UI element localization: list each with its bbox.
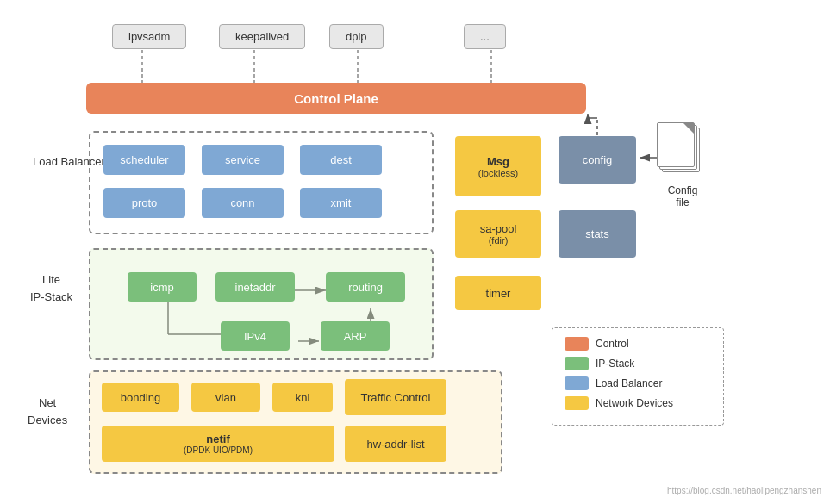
- dots-label: ...: [480, 30, 490, 43]
- keepalived-label: keepalived: [235, 30, 289, 43]
- legend-control-color: [565, 337, 589, 351]
- traffic-control-box: Traffic Control: [345, 379, 446, 415]
- config-file-icon-group: Configfile: [657, 122, 708, 208]
- proto-label: proto: [132, 196, 158, 209]
- legend-ipstack: IP-Stack: [565, 357, 711, 370]
- arp-box: ARP: [321, 321, 390, 351]
- icmp-box: icmp: [128, 272, 197, 302]
- legend-control-label: Control: [596, 338, 629, 350]
- service-label: service: [225, 153, 260, 166]
- dest-box: dest: [300, 145, 382, 175]
- legend-control: Control: [565, 337, 711, 351]
- msg-sub-label: (lockless): [478, 168, 518, 178]
- msg-label: Msg: [487, 155, 509, 168]
- dest-label: dest: [330, 153, 352, 166]
- ipv4-box: IPv4: [221, 321, 290, 351]
- stats-label: stats: [585, 227, 608, 240]
- ipvsadm-box: ipvsadm: [112, 24, 186, 49]
- sa-pool-sub-label: (fdir): [489, 235, 509, 246]
- conn-box: conn: [202, 188, 284, 218]
- traffic-control-label: Traffic Control: [361, 391, 431, 404]
- legend-netdev-label: Network Devices: [596, 397, 673, 409]
- service-box: service: [202, 145, 284, 175]
- dpip-box: dpip: [329, 24, 384, 49]
- legend-ipstack-color: [565, 357, 589, 370]
- proto-box: proto: [103, 188, 185, 218]
- bonding-box: bonding: [102, 383, 179, 412]
- scheduler-label: scheduler: [120, 153, 168, 166]
- xmit-box: xmit: [300, 188, 382, 218]
- legend-lb: Load Balancer: [565, 376, 711, 390]
- arp-label: ARP: [344, 330, 367, 343]
- kni-label: kni: [296, 391, 310, 404]
- msg-box: Msg (lockless): [455, 136, 541, 196]
- stats-box: stats: [559, 210, 636, 258]
- config-box: config: [559, 136, 636, 184]
- netif-sub-label: (DPDK UIO/PDM): [184, 445, 253, 455]
- timer-label: timer: [486, 287, 511, 300]
- legend-netdev: Network Devices: [565, 396, 711, 410]
- hw-addr-list-label: hw-addr-list: [366, 438, 424, 451]
- scheduler-box: scheduler: [103, 145, 185, 175]
- dpip-label: dpip: [346, 30, 367, 43]
- sa-pool-box: sa-pool (fdir): [455, 210, 541, 258]
- xmit-label: xmit: [331, 196, 352, 209]
- config-label: config: [583, 153, 613, 166]
- sa-pool-label: sa-pool: [480, 222, 517, 235]
- ipv4-label: IPv4: [244, 330, 266, 343]
- bonding-label: bonding: [121, 391, 160, 404]
- legend-lb-color: [565, 376, 589, 390]
- netif-label: netif: [206, 432, 229, 445]
- legend-lb-label: Load Balancer: [596, 377, 662, 389]
- ipvsadm-label: ipvsadm: [128, 30, 170, 43]
- control-plane-bar: Control Plane: [86, 83, 586, 114]
- netif-box: netif (DPDK UIO/PDM): [102, 426, 334, 462]
- timer-box: timer: [455, 276, 541, 310]
- diagram-container: ipvsadm keepalived dpip ... Control Plan…: [0, 0, 830, 504]
- ip-stack-label: LiteIP-Stack: [30, 271, 72, 305]
- hw-addr-list-box: hw-addr-list: [345, 426, 446, 462]
- conn-label: conn: [230, 196, 254, 209]
- legend-netdev-color: [565, 396, 589, 410]
- vlan-label: vlan: [215, 391, 236, 404]
- icmp-label: icmp: [150, 281, 173, 294]
- config-file-label: Configfile: [657, 184, 708, 208]
- keepalived-box: keepalived: [219, 24, 305, 49]
- routing-label: routing: [348, 281, 383, 294]
- inetaddr-box: inetaddr: [215, 272, 295, 302]
- legend: Control IP-Stack Load Balancer Network D…: [552, 327, 724, 426]
- dots-box: ...: [464, 24, 506, 49]
- vlan-box: vlan: [191, 383, 260, 412]
- routing-box: routing: [326, 272, 405, 302]
- watermark: https://blog.csdn.net/haolipengzhanshen: [667, 486, 821, 495]
- legend-ipstack-label: IP-Stack: [596, 358, 634, 370]
- control-plane-label: Control Plane: [294, 91, 378, 106]
- kni-box: kni: [272, 383, 333, 412]
- net-devices-label: NetDevices: [28, 395, 67, 428]
- inetaddr-label: inetaddr: [235, 281, 276, 294]
